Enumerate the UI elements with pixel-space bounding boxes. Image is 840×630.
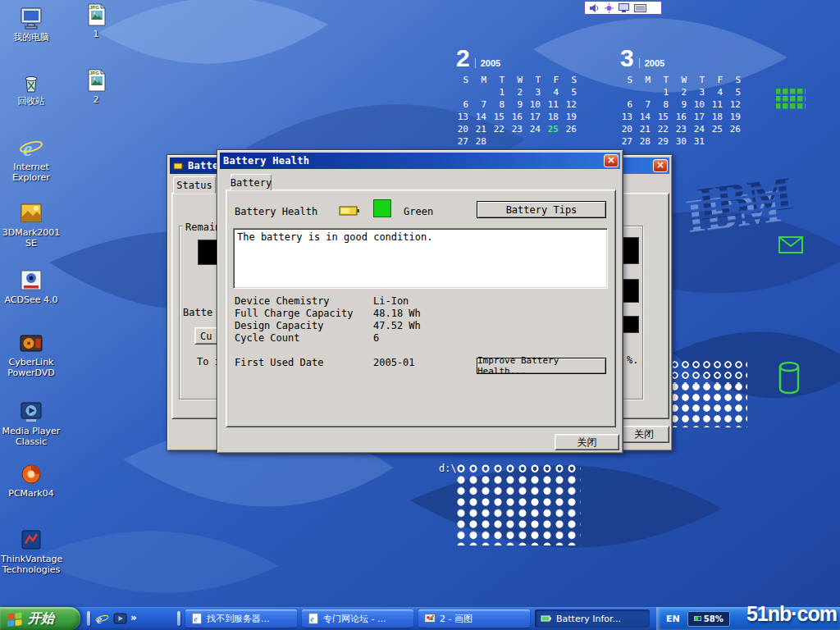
acdsee-icon — [18, 267, 44, 294]
calendar-cell: 8 — [492, 99, 510, 112]
desktop-file-label: 1 — [94, 30, 99, 40]
dialog-titlebar[interactable]: Battery Health × — [220, 153, 620, 169]
close-button[interactable]: × — [604, 154, 619, 167]
language-indicator[interactable]: EN — [666, 614, 680, 624]
calendar-cell: 28 — [638, 136, 656, 148]
calendar-cell: 4 — [710, 87, 728, 99]
desktop-icon-3dmark2001[interactable]: 3DMark2001 SE — [0, 200, 62, 249]
quick-launch-ie-icon[interactable]: e — [95, 612, 109, 626]
calendar-cell: 3 — [528, 87, 546, 99]
calendar-cell: S — [456, 75, 474, 87]
dot-pattern-hollow — [457, 464, 581, 476]
battery-tips-button[interactable]: Battery Tips — [477, 201, 606, 218]
calendar-cell: 31 — [692, 136, 710, 148]
desktop-icon-label: Internet Explorer — [1, 162, 62, 184]
ibm-logo: IBM IBM — [682, 166, 797, 243]
calendar-cell: 9 — [674, 99, 692, 112]
calendar-cell: 11 — [546, 99, 564, 112]
task-label: 2 - 画图 — [440, 613, 472, 625]
calendar-cell — [510, 136, 528, 148]
jpg-file-icon: JPG — [83, 2, 109, 28]
battery-label: Batte — [183, 307, 212, 318]
taskbar-task-ie-1[interactable]: e 找不到服务器... — [185, 609, 297, 628]
taskbar-task-battery-information[interactable]: Battery Infor... — [535, 609, 650, 628]
calendar-cell: M — [638, 75, 656, 87]
calendar-cell: 18 — [710, 112, 728, 124]
battery-health-label: Battery Health — [235, 206, 317, 217]
internet-explorer-icon: e — [18, 135, 44, 161]
desktop-icon-media-player-classic[interactable]: Media Player Classic — [0, 399, 62, 448]
calendar-cell: 14 — [474, 112, 492, 124]
desktop-icon-label: PCMark04 — [8, 489, 53, 500]
calendar-cell — [492, 136, 510, 148]
windows-flag-icon — [7, 611, 23, 627]
calendar-cell: S — [728, 75, 746, 87]
close-window-button[interactable]: 关闭 — [619, 426, 669, 443]
jpg-file-icon: JPG — [83, 67, 109, 94]
calendar-cell: S — [564, 75, 582, 87]
calendar-cell: 29 — [656, 136, 674, 148]
calendar-cell: 11 — [710, 99, 728, 112]
desktop-icon-recycle-bin[interactable]: 回收站 — [0, 69, 62, 107]
calendar-february: 2 2005 SMTWTFS12345678910111213141516171… — [456, 44, 582, 148]
calendar-cell: 17 — [692, 112, 710, 124]
desktop-icon-label: CyberLink PowerDVD — [1, 358, 62, 379]
battery-health-dialog: Battery Health × Battery Battery Health … — [217, 149, 623, 454]
calendar-cell: 16 — [510, 112, 528, 124]
desktop-icon-acdsee[interactable]: ACDSee 4.0 — [0, 267, 62, 306]
desktop-icon-thinkvantage[interactable]: ThinkVantage Technologies — [0, 527, 62, 576]
osd-toolbar[interactable] — [584, 1, 662, 15]
taskbar-task-ie-2[interactable]: e 专门网论坛 - ... — [302, 609, 413, 628]
task-label: Battery Infor... — [556, 614, 621, 624]
desktop-icon-powerdvd[interactable]: CyberLink PowerDVD — [0, 330, 62, 379]
volume-icon — [589, 3, 600, 13]
start-button[interactable]: 开始 — [0, 607, 80, 630]
field-label: Device Chemistry — [235, 295, 330, 307]
desktop-icon-my-computer[interactable]: 我的电脑 — [0, 5, 62, 43]
calendar-cell: 6 — [456, 99, 474, 112]
calendar-cell: 1 — [492, 87, 510, 99]
calendar-cell: W — [510, 75, 528, 87]
calendar-year: 2005 — [475, 58, 500, 68]
pcmark-icon — [18, 461, 44, 487]
task-area-handle[interactable] — [177, 611, 180, 626]
quick-launch-overflow[interactable]: » — [130, 612, 137, 623]
desktop-icon-pcmark04[interactable]: PCMark04 — [0, 461, 62, 500]
dot-pattern-filled — [457, 476, 581, 546]
tab-battery[interactable]: Battery — [231, 174, 272, 190]
desktop-file-label: 2 — [94, 95, 99, 106]
calendar-cell — [564, 136, 582, 148]
tab-status[interactable]: Status — [173, 176, 216, 194]
tray-battery-gauge[interactable]: 58% — [687, 611, 730, 627]
desktop-file-2[interactable]: JPG 2 — [75, 67, 116, 106]
calendar-grid: SMTWTFS123456789101112131415161718192021… — [456, 75, 582, 148]
close-dialog-button[interactable]: 关闭 — [555, 434, 619, 450]
close-button[interactable]: × — [653, 159, 668, 172]
condition-textbox[interactable]: The battery is in good condition. — [233, 228, 608, 289]
quick-launch-media-icon[interactable] — [113, 612, 127, 626]
svg-text:e: e — [97, 614, 102, 626]
calendar-cell: 13 — [620, 112, 638, 124]
calendar-cell — [546, 136, 564, 148]
battery-small-icon — [339, 205, 361, 217]
watermark: 51nb·com — [746, 602, 837, 626]
desktop-icon-label: ThinkVantage Technologies — [1, 555, 62, 576]
desktop-file-1[interactable]: JPG 1 — [75, 2, 116, 40]
calendar-cell: 21 — [474, 124, 492, 136]
taskbar-task-paint[interactable]: 2 - 画图 — [418, 609, 530, 628]
quick-launch-handle[interactable] — [87, 611, 90, 626]
calendar-cell: T — [692, 75, 710, 87]
improve-battery-health-button[interactable]: Improve Battery Health... — [477, 358, 606, 374]
3dmark-icon — [18, 200, 44, 226]
ie-task-icon: e — [308, 613, 319, 624]
powerdvd-icon — [18, 330, 44, 356]
calendar-cell: 20 — [620, 124, 638, 136]
calendar-cell: S — [620, 75, 638, 87]
calendar-cell: 9 — [510, 99, 528, 112]
percent-text: %. — [627, 354, 638, 366]
desktop-icon-internet-explorer[interactable]: e Internet Explorer — [0, 135, 62, 184]
calendar-cell: 27 — [456, 136, 474, 148]
calendar-month-number: 3 — [620, 44, 634, 72]
field-value: Li-Ion — [373, 295, 409, 307]
calendar-cell: 23 — [674, 124, 692, 136]
